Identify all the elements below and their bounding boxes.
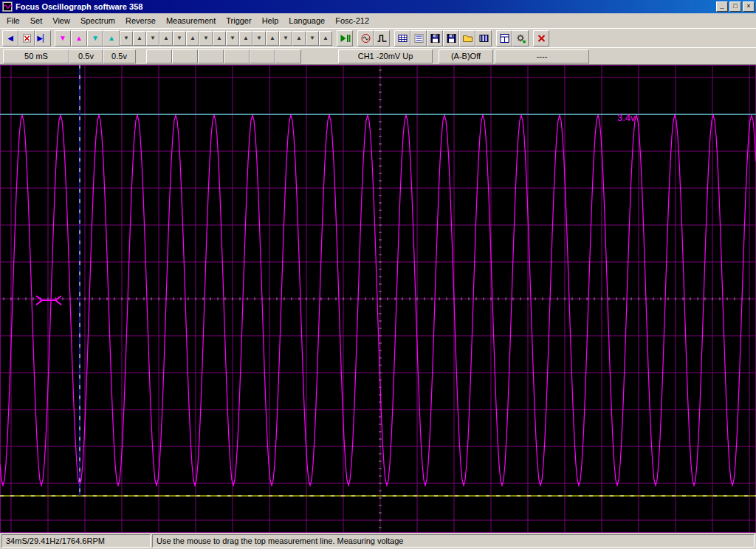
list-icon [413,33,425,44]
fine-adjust-down-button-5[interactable]: ▼ [226,31,239,46]
next-button[interactable]: ▶▏ [35,30,51,46]
down-triangle-icon: ▼ [150,35,156,41]
pulse-icon [377,33,388,44]
menu-item-spectrum[interactable]: Spectrum [75,14,120,27]
title-bar: Focus Oscillograph software 358 _ □ × [0,0,756,13]
menu-item-trigger[interactable]: Trigger [221,14,256,27]
fine-adjust-up-button-1[interactable]: ▲ [133,31,146,46]
status-message: Use the mouse to drag the top measuremen… [152,534,755,548]
menu-item-reverse[interactable]: Reverse [120,14,161,27]
checkbox-x-icon [21,33,32,44]
empty-slot-button-3[interactable] [198,49,224,63]
floppy-icon [446,33,457,44]
waveform-circle-icon [360,33,371,44]
app-icon [2,1,13,12]
left-arrow-icon: ◀ [7,35,13,42]
up-triangle-icon: ▲ [137,35,142,41]
maximize-button[interactable]: □ [729,1,741,12]
down-triangle-icon: ▼ [309,35,315,41]
status-bar: 34mS/29.41Hz/1764.6RPM Use the mouse to … [0,533,756,549]
scope-area: 3.4v [0,65,756,533]
ch1-move-up-button[interactable]: ▲ [71,30,87,46]
menu-item-measurement[interactable]: Measurement [161,14,221,27]
ch2-move-down-button[interactable]: ▼ [87,30,103,46]
fine-adjust-up-button-5[interactable]: ▲ [239,31,252,46]
columns-button[interactable] [475,30,492,46]
window-grid-icon [499,33,510,44]
table-icon [397,33,408,44]
pulse-mode-button[interactable] [374,30,390,46]
settings-button[interactable] [512,30,529,46]
up-triangle-icon: ▲ [243,35,249,41]
down-triangle-icon: ▼ [203,35,209,41]
data-table-button[interactable] [394,30,410,46]
list-view-button[interactable] [410,30,427,46]
floppy-icon [430,33,441,44]
up-triangle-icon: ▲ [163,35,169,41]
fine-adjust-up-button-4[interactable]: ▲ [213,31,226,46]
fine-adjust-down-button-4[interactable]: ▼ [199,31,213,46]
up-triangle-icon: ▲ [269,35,275,41]
fine-adjust-down-button-2[interactable]: ▼ [146,31,159,46]
fine-adjust-down-button-6[interactable]: ▼ [252,31,266,46]
empty-slot-button-1[interactable] [146,49,172,63]
right-arrow-bar-icon: ▶▏ [37,35,48,42]
measurement-value-label: 3.4v [617,112,636,123]
fine-adjust-up-button-7[interactable]: ▲ [292,31,306,46]
gear-icon [515,33,526,44]
toolbar-settings: 50 mS0.5v0.5vCH1 -20mV Up(A-B)Off---- [0,47,756,65]
fine-adjust-up-button-8[interactable]: ▲ [319,31,332,46]
marker-check-button[interactable] [18,30,35,46]
fine-adjust-down-button-3[interactable]: ▼ [173,31,186,46]
ch1-move-down-button[interactable]: ▼ [55,30,71,46]
run-pause-button[interactable] [337,30,353,46]
trigger-setting-button[interactable]: CH1 -20mV Up [338,49,433,63]
fine-adjust-up-button-6[interactable]: ▲ [266,31,279,46]
red-x-icon [536,33,547,44]
up-triangle-icon: ▲ [190,35,196,41]
save-data-button[interactable] [443,30,459,46]
menu-item-view[interactable]: View [47,14,75,27]
menu-item-language[interactable]: Language [284,14,330,27]
ab-mode-button[interactable]: (A-B)Off [439,49,493,63]
empty-slot-button-5[interactable] [250,49,275,63]
extra-mode-button[interactable]: ---- [495,49,589,63]
empty-slot-button-2[interactable] [172,49,198,63]
open-file-button[interactable] [459,30,475,46]
fine-adjust-up-button-2[interactable]: ▲ [159,31,173,46]
close-button[interactable]: × [743,1,755,12]
ch1-scale-button[interactable]: 0.5v [69,49,103,63]
menu-item-help[interactable]: Help [257,14,284,27]
waveform-zoom-button[interactable] [357,30,374,46]
fine-adjust-up-button-3[interactable]: ▲ [186,31,199,46]
timebase-button[interactable]: 50 mS [3,49,69,63]
oscilloscope-display: 3.4v [0,65,756,533]
menu-item-fosc-212[interactable]: Fosc-212 [330,14,374,27]
ch2-scale-button[interactable]: 0.5v [103,49,136,63]
exit-button[interactable] [533,30,549,46]
window-layout-button[interactable] [496,30,512,46]
empty-slot-button-4[interactable] [224,49,250,63]
ch2-move-up-button[interactable]: ▲ [103,30,120,46]
up-triangle-icon: ▲ [108,35,115,42]
down-triangle-icon: ▼ [230,35,236,41]
down-triangle-icon: ▼ [92,35,99,42]
menu-bar: FileSetViewSpectrumReverseMeasurementTri… [0,13,756,28]
down-triangle-icon: ▼ [59,35,66,42]
toolbar-separator [433,48,439,64]
menu-item-set[interactable]: Set [25,14,48,27]
up-triangle-icon: ▲ [296,35,302,41]
menu-item-file[interactable]: File [1,14,25,27]
play-pause-icon [340,33,351,44]
down-triangle-icon: ▼ [176,35,182,41]
prev-button[interactable]: ◀ [2,30,18,46]
fine-adjust-down-button-8[interactable]: ▼ [306,31,319,46]
empty-slot-button-6[interactable] [275,49,301,63]
up-triangle-icon: ▲ [75,35,83,42]
minimize-button[interactable]: _ [716,1,728,12]
window-title: Focus Oscillograph software 358 [16,2,715,11]
down-triangle-icon: ▼ [256,35,262,41]
fine-adjust-down-button-7[interactable]: ▼ [279,31,292,46]
fine-adjust-down-button-1[interactable]: ▼ [120,31,133,46]
save-button[interactable] [427,30,443,46]
